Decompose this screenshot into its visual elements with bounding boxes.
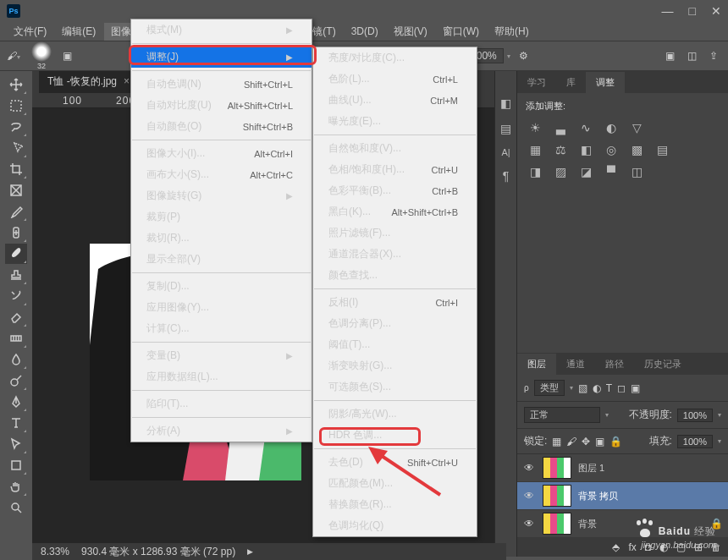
threshold-icon[interactable]: ◪ (576, 163, 595, 180)
filter-shape-icon[interactable]: ◻ (617, 382, 626, 394)
tab-学习[interactable]: 学习 (517, 72, 556, 93)
menu-item[interactable]: 颜色查找... (313, 265, 477, 286)
filter-smart-icon[interactable]: ▣ (631, 382, 640, 394)
menu-item[interactable]: 图像大小(I)...Alt+Ctrl+I (131, 143, 312, 164)
eyedropper-tool[interactable] (5, 201, 27, 222)
pen-tool[interactable] (5, 392, 27, 412)
tab-调整[interactable]: 调整 (586, 72, 625, 93)
layer-row[interactable]: 👁图层 1 (517, 454, 728, 482)
share-icon[interactable]: ⇪ (706, 48, 721, 63)
eraser-tool[interactable] (5, 307, 27, 327)
brush-settings-icon[interactable]: ▣ (63, 50, 72, 62)
minimize-button[interactable]: — (662, 4, 674, 18)
menu-item[interactable]: 色调分离(P)... (313, 313, 477, 334)
layer-kind-filter[interactable]: 类型 (534, 380, 565, 396)
filter-pixel-icon[interactable]: ▧ (578, 382, 587, 394)
close-button[interactable]: ✕ (711, 4, 721, 18)
invert-icon[interactable]: ◨ (526, 163, 544, 180)
posterize-icon[interactable]: ▨ (551, 163, 570, 180)
link-layers-icon[interactable]: ⬘ (612, 541, 620, 553)
menu-item[interactable]: 显示全部(V) (131, 249, 312, 270)
tab-路径[interactable]: 路径 (595, 354, 634, 375)
history-brush-tool[interactable] (5, 286, 27, 306)
menu-帮助(H)[interactable]: 帮助(H) (488, 23, 536, 41)
exposure-icon[interactable]: ◐ (602, 119, 620, 136)
layer-row[interactable]: 👁背景 拷贝 (517, 482, 728, 510)
menu-item[interactable]: 图像旋转(G)▶ (131, 185, 312, 206)
lock-paint-icon[interactable]: 🖌 (566, 436, 576, 447)
menu-item[interactable]: 渐变映射(G)... (313, 355, 477, 376)
fill-input[interactable]: 100% (677, 435, 713, 448)
photofilter-icon[interactable]: ◎ (602, 141, 620, 158)
menu-item[interactable]: 调整(J)▶ (131, 47, 312, 68)
lock-all-icon[interactable]: 🔒 (609, 436, 622, 447)
colorbal-icon[interactable]: ⚖ (551, 141, 570, 158)
menu-item[interactable]: 色彩平衡(B)...Ctrl+B (313, 180, 477, 201)
shape-tool[interactable] (5, 455, 27, 475)
menu-item[interactable]: 画布大小(S)...Alt+Ctrl+C (131, 164, 312, 185)
levels-icon[interactable]: ▃ (551, 119, 570, 136)
type-tool[interactable] (5, 413, 27, 433)
visibility-icon[interactable]: 👁 (522, 462, 536, 474)
filter-type-icon[interactable]: T (606, 382, 612, 394)
lock-nest-icon[interactable]: ▣ (595, 436, 604, 447)
vibrance-icon[interactable]: ▽ (627, 119, 646, 136)
menu-item[interactable]: 模式(M)▶ (131, 19, 312, 41)
layer-opacity-input[interactable]: 100% (677, 409, 713, 422)
curves-icon[interactable]: ∿ (576, 119, 595, 136)
chanmix-icon[interactable]: ▩ (627, 141, 646, 158)
tab-通道[interactable]: 通道 (556, 354, 595, 375)
quick-select-tool[interactable] (5, 138, 27, 158)
menu-文件(F)[interactable]: 文件(F) (7, 23, 53, 41)
lock-trans-icon[interactable]: ▦ (552, 436, 561, 447)
menu-item[interactable]: 色调均化(Q) (313, 515, 477, 536)
blend-mode-select[interactable]: 正常 (524, 407, 600, 423)
menu-item[interactable]: 照片滤镜(F)... (313, 222, 477, 244)
menu-item[interactable]: HDR 色调... (313, 425, 477, 446)
char-panel-icon[interactable]: A| (501, 147, 510, 157)
hue-icon[interactable]: ▦ (526, 141, 544, 158)
brush-tool[interactable] (5, 244, 27, 264)
tab-库[interactable]: 库 (556, 72, 586, 93)
symmetry-icon[interactable]: ▣ (662, 48, 677, 63)
dodge-tool[interactable] (5, 371, 27, 391)
menu-item[interactable]: 可选颜色(S)... (313, 376, 477, 398)
menu-item[interactable]: 曝光度(E)... (313, 111, 477, 132)
menu-item[interactable]: 亮度/对比度(C)... (313, 47, 477, 69)
smooth-settings-icon[interactable]: ⚙ (519, 50, 528, 62)
menu-item[interactable]: 黑白(K)...Alt+Shift+Ctrl+B (313, 201, 477, 222)
menu-3D(D)[interactable]: 3D(D) (345, 24, 385, 39)
menu-item[interactable]: 阈值(T)... (313, 334, 477, 355)
zoom-tool[interactable] (5, 497, 27, 518)
lasso-tool[interactable] (5, 117, 27, 137)
tab-图层[interactable]: 图层 (517, 354, 556, 375)
healing-tool[interactable] (5, 222, 27, 243)
para-panel-icon[interactable]: ¶ (503, 169, 510, 183)
menu-视图(V)[interactable]: 视图(V) (387, 23, 434, 41)
gradient-tool[interactable] (5, 328, 27, 349)
menu-窗口(W)[interactable]: 窗口(W) (436, 23, 486, 41)
hand-tool[interactable] (5, 476, 27, 497)
menu-item[interactable]: 曲线(U)...Ctrl+M (313, 90, 477, 111)
frame-tool[interactable] (5, 180, 27, 200)
menu-item[interactable]: 阴影/高光(W)... (313, 404, 477, 425)
menu-item[interactable]: 通道混合器(X)... (313, 244, 477, 265)
menu-item[interactable]: 色阶(L)...Ctrl+L (313, 69, 477, 90)
menu-item[interactable]: 自动颜色(O)Shift+Ctrl+B (131, 116, 312, 137)
menu-编辑(E)[interactable]: 编辑(E) (55, 23, 102, 41)
menu-item[interactable]: 自动对比度(U)Alt+Shift+Ctrl+L (131, 95, 312, 116)
menu-item[interactable]: 自然饱和度(V)... (313, 138, 477, 159)
move-tool[interactable] (5, 74, 27, 95)
visibility-icon[interactable]: 👁 (522, 518, 536, 530)
document-tab[interactable]: T恤 -恢复的.jpg× (39, 71, 141, 93)
quickmask-icon[interactable]: ◫ (684, 48, 699, 63)
menu-item[interactable]: 裁切(R)... (131, 228, 312, 249)
close-tab-icon[interactable]: × (124, 75, 130, 87)
swatches-panel-icon[interactable]: ▤ (500, 122, 511, 135)
color-panel-icon[interactable]: ◧ (500, 96, 511, 110)
menu-item[interactable]: 色相/饱和度(H)...Ctrl+U (313, 159, 477, 180)
menu-item[interactable]: 应用图像(Y)... (131, 297, 312, 318)
brush-preview[interactable]: 32 (29, 41, 54, 70)
colorlookup-icon[interactable]: ▤ (653, 141, 671, 158)
filter-adjust-icon[interactable]: ◐ (593, 382, 601, 394)
